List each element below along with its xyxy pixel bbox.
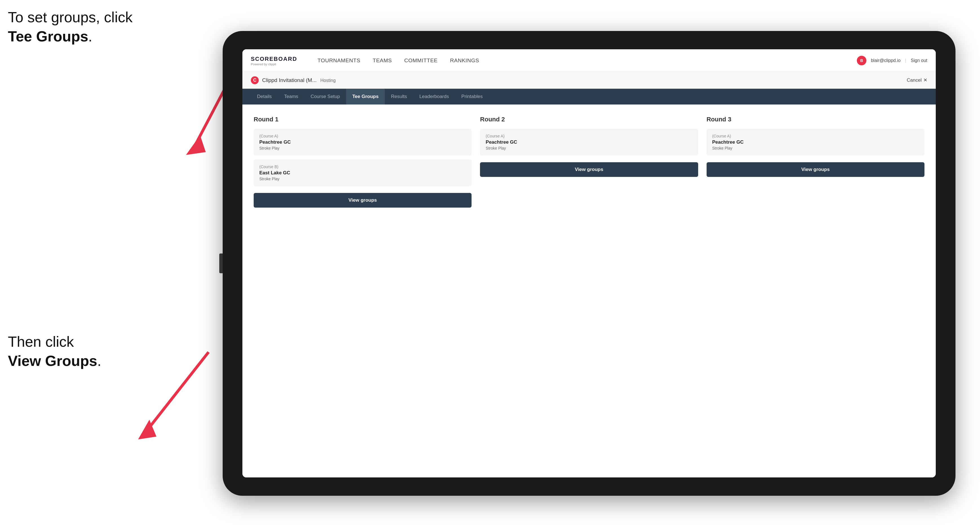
nav-right: B blair@clippd.io | Sign out [857,56,927,65]
cancel-button[interactable]: Cancel ✕ [907,77,927,83]
tablet-side-button [219,254,223,273]
round-1-course-a-name: Peachtree GC [259,140,466,145]
nav-tournaments[interactable]: TOURNAMENTS [311,49,366,72]
round-3-course-a-label: (Course A) [712,134,919,138]
tab-details[interactable]: Details [251,89,278,105]
instruction-top-bold: Tee Groups [8,28,88,44]
tab-printables[interactable]: Printables [455,89,489,105]
round-3-column: Round 3 (Course A) Peachtree GC Stroke P… [706,116,924,208]
nav-links: TOURNAMENTS TEAMS COMMITTEE RANKINGS [311,49,856,72]
logo-area: SCOREBOARD Powered by clippit [251,55,297,66]
round-1-course-b-name: East Lake GC [259,170,466,176]
sub-nav: C Clippd Invitational (M... Hosting Canc… [242,72,936,89]
sub-nav-hosting: Hosting [320,78,336,83]
tablet-frame: SCOREBOARD Powered by clippit TOURNAMENT… [223,31,956,496]
main-content: Round 1 (Course A) Peachtree GC Stroke P… [242,105,936,478]
user-avatar: B [857,56,866,65]
instruction-bottom: Then click View Groups. [8,332,101,370]
user-email: blair@clippd.io [871,58,900,63]
round-1-column: Round 1 (Course A) Peachtree GC Stroke P… [254,116,471,208]
round-2-course-a-name: Peachtree GC [486,140,692,145]
round-1-course-b-format: Stroke Play [259,176,466,181]
round-1-view-groups-button[interactable]: View groups [254,193,471,208]
round-1-course-a-format: Stroke Play [259,146,466,151]
instruction-top-suffix: . [88,28,92,44]
round-1-course-a-label: (Course A) [259,134,466,138]
logo-sub: Powered by clippit [251,62,297,66]
round-1-title: Round 1 [254,116,471,123]
sub-nav-logo: C [251,76,259,84]
rounds-grid: Round 1 (Course A) Peachtree GC Stroke P… [254,116,924,208]
instruction-bottom-suffix: . [97,352,101,369]
round-2-column: Round 2 (Course A) Peachtree GC Stroke P… [480,116,698,208]
round-2-course-a-label: (Course A) [486,134,692,138]
round-2-title: Round 2 [480,116,698,123]
round-1-course-b-label: (Course B) [259,165,466,169]
tab-tee-groups[interactable]: Tee Groups [346,89,385,105]
instruction-bottom-line1: Then click [8,333,74,350]
sign-out-link[interactable]: Sign out [911,58,927,63]
logo-text: SCOREBOARD Powered by clippit [251,55,297,66]
round-2-course-a-card: (Course A) Peachtree GC Stroke Play [480,129,698,156]
round-2-view-groups-button[interactable]: View groups [480,162,698,177]
round-1-course-b-card: (Course B) East Lake GC Stroke Play [254,159,471,186]
instruction-bottom-bold: View Groups [8,352,97,369]
tab-leaderboards[interactable]: Leaderboards [413,89,455,105]
tab-bar: Details Teams Course Setup Tee Groups Re… [242,89,936,105]
nav-separator: | [905,58,906,63]
svg-line-2 [146,352,208,431]
sub-nav-title: Clippd Invitational (M... Hosting [262,77,907,83]
instruction-top-line1: To set groups, click [8,9,132,25]
nav-committee[interactable]: COMMITTEE [398,49,444,72]
instruction-top: To set groups, click Tee Groups. [8,8,132,46]
tab-teams[interactable]: Teams [278,89,304,105]
round-1-course-a-card: (Course A) Peachtree GC Stroke Play [254,129,471,156]
nav-rankings[interactable]: RANKINGS [444,49,485,72]
svg-marker-1 [186,135,206,155]
round-3-title: Round 3 [706,116,924,123]
nav-teams[interactable]: TEAMS [366,49,398,72]
round-3-course-a-format: Stroke Play [712,146,919,151]
round-2-course-a-format: Stroke Play [486,146,692,151]
tab-results[interactable]: Results [385,89,413,105]
tablet-screen: SCOREBOARD Powered by clippit TOURNAMENT… [242,49,936,478]
round-3-course-a-card: (Course A) Peachtree GC Stroke Play [706,129,924,156]
tab-course-setup[interactable]: Course Setup [304,89,346,105]
top-nav: SCOREBOARD Powered by clippit TOURNAMENT… [242,49,936,72]
round-3-course-a-name: Peachtree GC [712,140,919,145]
round-3-view-groups-button[interactable]: View groups [706,162,924,177]
